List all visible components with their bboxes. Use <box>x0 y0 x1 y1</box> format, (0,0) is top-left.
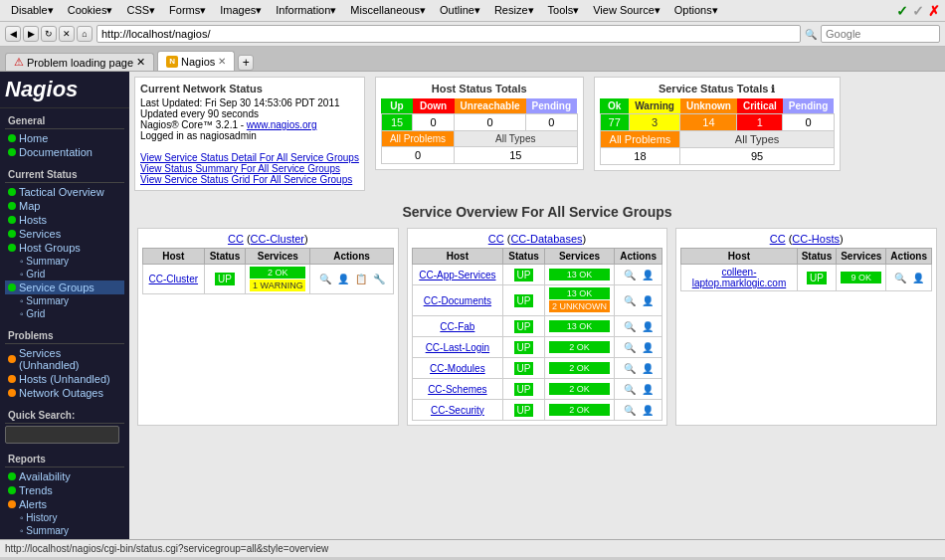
menu-cookies[interactable]: Cookies▾ <box>62 2 119 19</box>
search-action-icon[interactable]: 🔍 <box>317 272 333 287</box>
menu-forms[interactable]: Forms▾ <box>163 2 212 19</box>
host-all-problems[interactable]: All Problems <box>381 131 454 147</box>
person-icon-3[interactable]: 👤 <box>640 318 656 334</box>
svc-unknown-count[interactable]: 14 <box>680 114 737 131</box>
cc-app-services-link[interactable]: CC-App-Services <box>419 270 495 280</box>
view-service-status-grid-link[interactable]: View Service Status Grid For All Service… <box>140 174 352 185</box>
person-icon-2[interactable]: 👤 <box>640 292 656 308</box>
sidebar-subitem-summary-2[interactable]: ◦ Summary <box>5 294 124 307</box>
host-pending-count[interactable]: 0 <box>526 114 577 131</box>
search-icon-3[interactable]: 🔍 <box>622 318 638 334</box>
sidebar-item-hosts-unhandled[interactable]: Hosts (Unhandled) <box>5 372 124 386</box>
problem-tab-close[interactable]: ✕ <box>136 56 145 69</box>
cc-modules-link[interactable]: CC-Modules <box>430 363 485 374</box>
reschedule-action-icon[interactable]: 📋 <box>353 272 369 287</box>
colleen-host-link[interactable]: colleen-laptop.marklogic.com <box>692 267 786 288</box>
search-icon-5[interactable]: 🔍 <box>622 360 638 376</box>
sidebar-item-network-outages[interactable]: Network Outages <box>5 386 124 400</box>
cc-fab-link[interactable]: CC-Fab <box>440 321 474 332</box>
menu-information[interactable]: Information▾ <box>270 2 342 19</box>
menu-options[interactable]: Options▾ <box>668 2 724 19</box>
sidebar-subitem-summary-3[interactable]: ◦ Summary <box>5 524 124 537</box>
sidebar-item-home[interactable]: Home <box>5 131 124 145</box>
sidebar-item-hosts[interactable]: Hosts <box>5 213 124 227</box>
view-service-status-detail-link[interactable]: View Service Status Detail For All Servi… <box>140 152 359 163</box>
sidebar-item-services-unhandled[interactable]: Services (Unhandled) <box>5 346 124 372</box>
sidebar-item-host-groups[interactable]: Host Groups <box>5 241 124 255</box>
cc-schemes-link[interactable]: CC-Schemes <box>428 384 486 395</box>
sidebar-subitem-summary-1[interactable]: ◦ Summary <box>5 255 124 268</box>
search-input[interactable] <box>821 25 940 43</box>
search-icon-6[interactable]: 🔍 <box>622 381 638 397</box>
person-action-icon[interactable]: 👤 <box>335 272 351 287</box>
forward-button[interactable]: ▶ <box>23 26 39 42</box>
cc-last-login-link[interactable]: CC-Last-Login <box>426 342 489 353</box>
person-icon-5[interactable]: 👤 <box>640 360 656 376</box>
sg-cc-db-link[interactable]: CC <box>488 233 504 245</box>
search-icon-4[interactable]: 🔍 <box>622 339 638 355</box>
host-down-count[interactable]: 0 <box>413 114 455 131</box>
url-bar[interactable] <box>96 25 801 43</box>
svc-all-problems[interactable]: All Problems <box>600 131 680 148</box>
svc-warning-count[interactable]: 3 <box>629 114 680 131</box>
cc-cluster-host-link[interactable]: CC-Cluster <box>149 274 198 284</box>
sidebar-item-availability[interactable]: Availability <box>5 469 124 483</box>
sg-cc-cluster-link[interactable]: CC <box>228 233 244 245</box>
new-tab-button[interactable]: + <box>238 55 254 71</box>
svc-types-count[interactable]: 95 <box>680 148 834 165</box>
wrench-action-icon[interactable]: 🔧 <box>371 272 387 287</box>
sidebar-item-alerts[interactable]: Alerts <box>5 497 124 511</box>
host-up-count[interactable]: 15 <box>381 114 412 131</box>
search-icon-8[interactable]: 🔍 <box>892 270 908 285</box>
person-icon-4[interactable]: 👤 <box>640 339 656 355</box>
svc-pending-count[interactable]: 0 <box>783 114 834 131</box>
stop-button[interactable]: ✕ <box>59 26 75 42</box>
sidebar-subitem-histogram[interactable]: ◦ Histogram <box>5 537 124 539</box>
menu-view-source[interactable]: View Source▾ <box>587 2 666 19</box>
host-types-count[interactable]: 15 <box>455 147 577 164</box>
search-icon-2[interactable]: 🔍 <box>622 292 638 308</box>
cc-security-link[interactable]: CC-Security <box>431 405 484 416</box>
sg-cc-hosts-sub-link[interactable]: CC-Hosts <box>792 233 840 245</box>
svc-all-types[interactable]: All Types <box>680 131 834 148</box>
sg-cc-hosts-link[interactable]: CC <box>770 233 786 245</box>
svc-problems-count[interactable]: 18 <box>600 148 680 165</box>
sg-cc-db-sub-link[interactable]: CC-Databases <box>510 233 582 245</box>
home-button[interactable]: ⌂ <box>77 26 93 42</box>
sidebar-item-service-groups[interactable]: Service Groups <box>5 280 124 294</box>
sidebar-subitem-grid-2[interactable]: ◦ Grid <box>5 307 124 320</box>
person-icon-7[interactable]: 👤 <box>640 402 656 418</box>
sidebar-subitem-grid-1[interactable]: ◦ Grid <box>5 268 124 280</box>
host-all-types[interactable]: All Types <box>455 131 577 147</box>
view-status-summary-link[interactable]: View Status Summary For All Service Grou… <box>140 163 340 174</box>
nagios-tab-close[interactable]: ✕ <box>218 56 226 67</box>
version-link[interactable]: www.nagios.org <box>247 119 317 130</box>
sidebar-item-services[interactable]: Services <box>5 227 124 241</box>
person-icon[interactable]: 👤 <box>640 267 656 282</box>
menu-disable[interactable]: Disable▾ <box>5 2 60 19</box>
sidebar-item-map[interactable]: Map <box>5 199 124 213</box>
sidebar-item-trends[interactable]: Trends <box>5 483 124 497</box>
cc-documents-link[interactable]: CC-Documents <box>424 295 491 306</box>
back-button[interactable]: ◀ <box>5 26 21 42</box>
problem-tab[interactable]: ⚠ Problem loading page ✕ <box>5 53 154 71</box>
svc-critical-count[interactable]: 1 <box>737 114 783 131</box>
search-icon-7[interactable]: 🔍 <box>622 402 638 418</box>
person-icon-8[interactable]: 👤 <box>910 270 926 285</box>
svc-ok-count[interactable]: 77 <box>600 114 629 131</box>
menu-css[interactable]: CSS▾ <box>120 2 161 19</box>
host-problems-count[interactable]: 0 <box>381 147 454 164</box>
host-unreachable-count[interactable]: 0 <box>455 114 526 131</box>
sidebar-item-tactical-overview[interactable]: Tactical Overview <box>5 185 124 199</box>
quick-search-input[interactable] <box>5 426 119 444</box>
sidebar-item-documentation[interactable]: Documentation <box>5 145 124 159</box>
refresh-button[interactable]: ↻ <box>41 26 57 42</box>
menu-tools[interactable]: Tools▾ <box>542 2 586 19</box>
menu-images[interactable]: Images▾ <box>214 2 268 19</box>
nagios-tab[interactable]: N Nagios ✕ <box>157 51 235 71</box>
sg-cc-cluster-sub-link[interactable]: CC-Cluster <box>251 233 304 245</box>
menu-resize[interactable]: Resize▾ <box>488 2 540 19</box>
person-icon-6[interactable]: 👤 <box>640 381 656 397</box>
menu-outline[interactable]: Outline▾ <box>434 2 486 19</box>
menu-miscellaneous[interactable]: Miscellaneous▾ <box>344 2 432 19</box>
